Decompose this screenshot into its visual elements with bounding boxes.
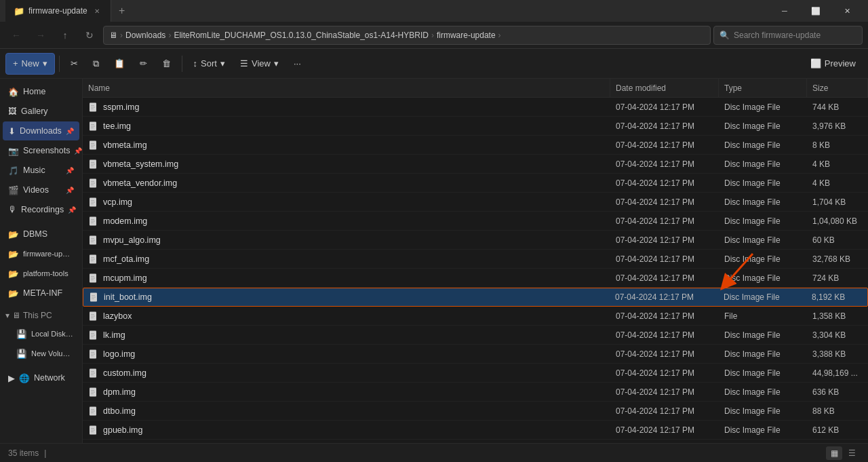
forward-button[interactable]: →: [30, 26, 52, 45]
delete-button[interactable]: 🗑: [155, 53, 178, 75]
sidebar-videos-label: Videos: [23, 185, 49, 195]
sidebar-this-pc-header[interactable]: ▾ 🖥 This PC: [0, 307, 82, 324]
file-icon: [88, 349, 99, 360]
table-row[interactable]: mcf_ota.img 07-04-2024 12:17 PM Disc Ima…: [83, 250, 868, 269]
sidebar-item-new-volume[interactable]: 💾 New Volume (D:: [3, 344, 79, 363]
file-name: init_boot.img: [104, 292, 152, 302]
file-date: 07-04-2024 12:17 PM: [610, 406, 719, 416]
file-type: Disc Image File: [719, 425, 807, 435]
svg-rect-10: [91, 145, 95, 145]
file-name: sspm.img: [103, 102, 139, 112]
file-date: 07-04-2024 12:17 PM: [610, 292, 718, 302]
file-size: 8,192 KB: [806, 292, 867, 302]
sidebar-item-videos[interactable]: 🎬 Videos 📌: [3, 180, 79, 199]
music-pin-icon: 📌: [66, 167, 74, 174]
copy-button[interactable]: ⧉: [86, 53, 106, 75]
file-size: 4 KB: [807, 178, 868, 188]
file-name: mvpu_algo.img: [103, 235, 161, 245]
table-row[interactable]: dpm.img 07-04-2024 12:17 PM Disc Image F…: [83, 383, 868, 402]
sidebar-spacer-1: [0, 220, 82, 224]
more-options-button[interactable]: ···: [287, 53, 308, 75]
rename-button[interactable]: ✏: [133, 53, 154, 75]
table-row[interactable]: tee.img 07-04-2024 12:17 PM Disc Image F…: [83, 117, 868, 136]
table-row[interactable]: lazybox 07-04-2024 12:17 PM File 1,358 K…: [83, 307, 868, 326]
table-row[interactable]: sspm.img 07-04-2024 12:17 PM Disc Image …: [83, 98, 868, 117]
svg-rect-57: [91, 371, 94, 372]
file-name: vcp.img: [103, 197, 132, 207]
sidebar-item-local-disk[interactable]: 💾 Local Disk (C:): [3, 324, 79, 343]
close-button[interactable]: ✕: [831, 0, 863, 22]
svg-rect-19: [91, 185, 94, 185]
sidebar-item-gallery[interactable]: 🖼 Gallery: [3, 102, 79, 121]
file-icon: [88, 197, 99, 208]
table-row[interactable]: vcp.img 07-04-2024 12:17 PM Disc Image F…: [83, 193, 868, 212]
preview-icon: ⬜: [810, 58, 821, 69]
toolbar-separator-2: [182, 56, 182, 72]
table-row[interactable]: dtbo.img 07-04-2024 12:17 PM Disc Image …: [83, 402, 868, 421]
new-tab-button[interactable]: +: [111, 0, 133, 22]
maximize-button[interactable]: ⬜: [800, 0, 831, 22]
cut-button[interactable]: ✂: [64, 53, 85, 75]
up-button[interactable]: ↑: [54, 26, 76, 45]
new-button[interactable]: + New ▾: [5, 53, 55, 75]
view-toggle: ▦ ☰: [826, 446, 860, 460]
view-icon: ☰: [240, 58, 248, 69]
column-header-date[interactable]: Date modified: [610, 79, 719, 97]
table-row[interactable]: vbmeta_system.img 07-04-2024 12:17 PM Di…: [83, 155, 868, 174]
table-row[interactable]: vbmeta_vendor.img 07-04-2024 12:17 PM Di…: [83, 174, 868, 193]
refresh-button[interactable]: ↻: [79, 26, 100, 45]
sidebar-item-meta-inf[interactable]: 📂 META-INF: [3, 284, 79, 303]
list-view-button[interactable]: ☰: [844, 446, 860, 460]
breadcrumb-item-eliterom[interactable]: EliteRomLite_DUCHAMP_OS1.0.13.0_ChinaSta…: [174, 31, 429, 40]
column-header-size[interactable]: Size: [807, 79, 868, 97]
sidebar-this-pc-label: This PC: [23, 311, 52, 320]
back-button[interactable]: ←: [5, 26, 27, 45]
table-row[interactable]: mvpu_algo.img 07-04-2024 12:17 PM Disc I…: [83, 231, 868, 250]
table-row[interactable]: vbmeta.img 07-04-2024 12:17 PM Disc Imag…: [83, 136, 868, 155]
sidebar-item-platform-tools[interactable]: 📂 platform-tools: [3, 264, 79, 283]
search-bar[interactable]: 🔍 Search firmware-update: [713, 26, 863, 45]
window-controls: ─ ⬜ ✕: [769, 0, 863, 22]
breadcrumb-item-firmware[interactable]: firmware-update: [437, 31, 496, 40]
svg-rect-54: [91, 353, 95, 354]
sort-icon: ↕: [193, 58, 198, 69]
minimize-button[interactable]: ─: [769, 0, 800, 22]
file-name: dpm.img: [103, 387, 136, 397]
svg-rect-39: [91, 280, 94, 280]
table-row[interactable]: logo.img 07-04-2024 12:17 PM Disc Image …: [83, 345, 868, 364]
table-row[interactable]: mcupm.img 07-04-2024 12:17 PM Disc Image…: [83, 269, 868, 288]
sidebar-item-home[interactable]: 🏠 Home: [3, 82, 79, 101]
tab-close-button[interactable]: ✕: [92, 5, 102, 16]
sidebar-item-music[interactable]: 🎵 Music 📌: [3, 161, 79, 180]
svg-rect-11: [91, 147, 94, 147]
grid-view-button[interactable]: ▦: [826, 446, 842, 460]
column-header-type[interactable]: Type: [719, 79, 807, 97]
sidebar-item-firmware-update[interactable]: 📂 firmware-update: [3, 244, 79, 263]
table-row[interactable]: lk.img 07-04-2024 12:17 PM Disc Image Fi…: [83, 326, 868, 345]
sidebar-item-recordings[interactable]: 🎙 Recordings 📌: [3, 200, 79, 219]
column-header-name[interactable]: Name: [83, 79, 610, 97]
table-row[interactable]: custom.img 07-04-2024 12:17 PM Disc Imag…: [83, 364, 868, 383]
file-list: Name Date modified Type Size: [83, 79, 868, 443]
table-row[interactable]: modem.img 07-04-2024 12:17 PM Disc Image…: [83, 212, 868, 231]
breadcrumb[interactable]: 🖥 › Downloads › EliteRomLite_DUCHAMP_OS1…: [103, 26, 711, 45]
sidebar-home-label: Home: [23, 87, 45, 96]
file-icon: [88, 102, 99, 113]
file-date: 07-04-2024 12:17 PM: [610, 235, 719, 245]
preview-button[interactable]: ⬜ Preview: [804, 53, 863, 75]
sidebar-item-downloads[interactable]: ⬇ Downloads 📌: [3, 121, 79, 140]
active-tab[interactable]: 📁 firmware-update ✕: [5, 0, 111, 22]
view-button[interactable]: ☰ View ▾: [233, 53, 285, 75]
table-row[interactable]: gpueb.img 07-04-2024 12:17 PM Disc Image…: [83, 421, 868, 440]
paste-button[interactable]: 📋: [107, 53, 132, 75]
svg-rect-6: [91, 126, 95, 126]
sort-button[interactable]: ↕ Sort ▾: [186, 53, 232, 75]
breadcrumb-item-downloads[interactable]: Downloads: [125, 31, 165, 40]
sidebar-item-dbms[interactable]: 📂 DBMS: [3, 225, 79, 244]
main-layout: 🏠 Home 🖼 Gallery ⬇ Downloads 📌 📷 Screens…: [0, 79, 868, 443]
sidebar-item-network[interactable]: ▶ 🌐 Network: [3, 368, 79, 387]
table-row[interactable]: gz.img 07-04-2024 12:17 PM Disc Image Fi…: [83, 440, 868, 443]
table-row[interactable]: init_boot.img 07-04-2024 12:17 PM Disc I…: [83, 288, 868, 307]
sidebar-item-screenshots[interactable]: 📷 Screenshots 📌: [3, 141, 79, 160]
file-type: Disc Image File: [718, 292, 806, 302]
